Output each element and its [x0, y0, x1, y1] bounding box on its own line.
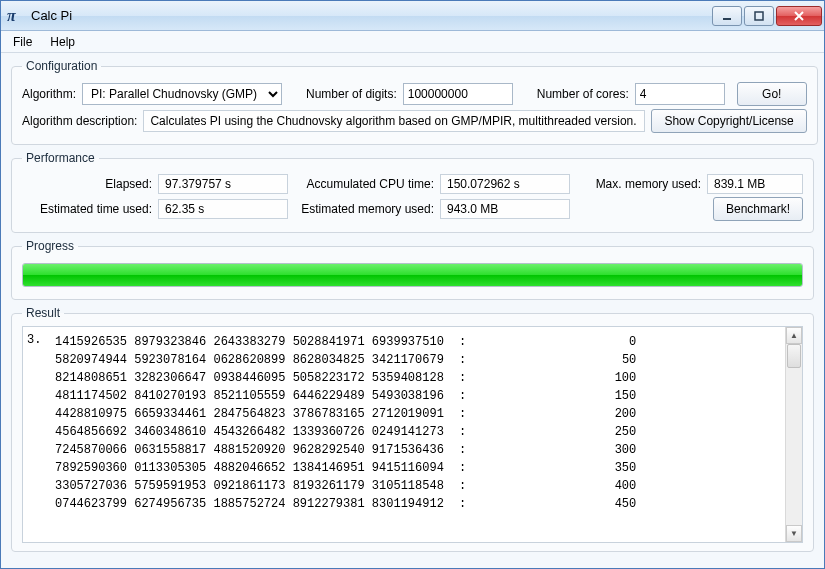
- close-icon: [793, 11, 805, 21]
- result-index: 150: [466, 387, 636, 405]
- result-colon: :: [444, 405, 466, 423]
- elapsed-value: 97.379757 s: [158, 174, 288, 194]
- scroll-down-button[interactable]: ▼: [786, 525, 802, 542]
- result-line: 8214808651 3282306647 0938446095 5058223…: [55, 369, 781, 387]
- result-leading: 3.: [23, 327, 51, 542]
- maximize-icon: [754, 11, 764, 21]
- minimize-icon: [722, 11, 732, 21]
- result-digits: 1415926535 8979323846 2643383279 5028841…: [55, 333, 444, 351]
- menu-file[interactable]: File: [5, 33, 40, 51]
- result-colon: :: [444, 423, 466, 441]
- result-digits: 0744623799 6274956735 1885752724 8912279…: [55, 495, 444, 513]
- result-line: 7245870066 0631558817 4881520920 9628292…: [55, 441, 781, 459]
- elapsed-label: Elapsed:: [22, 177, 152, 191]
- progress-legend: Progress: [22, 239, 78, 253]
- result-colon: :: [444, 441, 466, 459]
- progress-bar: [22, 263, 803, 287]
- result-digits: 4811174502 8410270193 8521105559 6446229…: [55, 387, 444, 405]
- svg-rect-0: [723, 18, 731, 20]
- app-window: π Calc Pi File Help Configuration Algori…: [0, 0, 825, 569]
- window-title: Calc Pi: [31, 8, 712, 23]
- result-index: 200: [466, 405, 636, 423]
- app-icon: π: [7, 7, 25, 25]
- result-line: 7892590360 0113305305 4882046652 1384146…: [55, 459, 781, 477]
- result-colon: :: [444, 477, 466, 495]
- digits-label: Number of digits:: [306, 87, 397, 101]
- window-controls: [712, 6, 822, 26]
- result-line: 0744623799 6274956735 1885752724 8912279…: [55, 495, 781, 513]
- algo-desc-label: Algorithm description:: [22, 114, 137, 128]
- cores-label: Number of cores:: [537, 87, 629, 101]
- config-legend: Configuration: [22, 59, 101, 73]
- result-line: 5820974944 5923078164 0628620899 8628034…: [55, 351, 781, 369]
- scroll-track[interactable]: [786, 344, 802, 525]
- result-digits: 8214808651 3282306647 0938446095 5058223…: [55, 369, 444, 387]
- titlebar: π Calc Pi: [1, 1, 824, 31]
- result-index: 350: [466, 459, 636, 477]
- result-line: 3305727036 5759591953 0921861173 8193261…: [55, 477, 781, 495]
- result-colon: :: [444, 387, 466, 405]
- max-mem-value: 839.1 MB: [707, 174, 803, 194]
- result-scrollbar[interactable]: ▲ ▼: [785, 327, 802, 542]
- result-index: 300: [466, 441, 636, 459]
- result-group: Result 3. 1415926535 8979323846 26433832…: [11, 306, 814, 552]
- result-index: 450: [466, 495, 636, 513]
- est-time-label: Estimated time used:: [22, 202, 152, 216]
- result-digits: 4428810975 6659334461 2847564823 3786783…: [55, 405, 444, 423]
- result-area: 3. 1415926535 8979323846 2643383279 5028…: [22, 326, 803, 543]
- result-colon: :: [444, 459, 466, 477]
- result-colon: :: [444, 369, 466, 387]
- est-time-value: 62.35 s: [158, 199, 288, 219]
- result-digits: 4564856692 3460348610 4543266482 1339360…: [55, 423, 444, 441]
- progress-group: Progress: [11, 239, 814, 300]
- close-button[interactable]: [776, 6, 822, 26]
- result-index: 400: [466, 477, 636, 495]
- accum-cpu-label: Accumulated CPU time:: [294, 177, 434, 191]
- scroll-up-button[interactable]: ▲: [786, 327, 802, 344]
- menu-help[interactable]: Help: [42, 33, 83, 51]
- performance-group: Performance Elapsed: 97.379757 s Accumul…: [11, 151, 814, 233]
- result-index: 250: [466, 423, 636, 441]
- result-digits: 7245870066 0631558817 4881520920 9628292…: [55, 441, 444, 459]
- go-button[interactable]: Go!: [737, 82, 807, 106]
- result-digits: 3305727036 5759591953 0921861173 8193261…: [55, 477, 444, 495]
- client-area: Configuration Algorithm: PI: Parallel Ch…: [1, 53, 824, 568]
- progress-fill: [23, 264, 802, 286]
- performance-legend: Performance: [22, 151, 99, 165]
- algo-desc-value: Calculates PI using the Chudnovsky algor…: [143, 110, 645, 132]
- result-colon: :: [444, 351, 466, 369]
- benchmark-button[interactable]: Benchmark!: [713, 197, 803, 221]
- result-index: 0: [466, 333, 636, 351]
- result-line: 4428810975 6659334461 2847564823 3786783…: [55, 405, 781, 423]
- result-digits: 7892590360 0113305305 4882046652 1384146…: [55, 459, 444, 477]
- result-digits: 5820974944 5923078164 0628620899 8628034…: [55, 351, 444, 369]
- digits-input[interactable]: [403, 83, 513, 105]
- result-line: 4811174502 8410270193 8521105559 6446229…: [55, 387, 781, 405]
- max-mem-label: Max. memory used:: [576, 177, 701, 191]
- config-group: Configuration Algorithm: PI: Parallel Ch…: [11, 59, 818, 145]
- license-button[interactable]: Show Copyright/License: [651, 109, 806, 133]
- algorithm-label: Algorithm:: [22, 87, 76, 101]
- result-line: 1415926535 8979323846 2643383279 5028841…: [55, 333, 781, 351]
- est-mem-label: Estimated memory used:: [294, 202, 434, 216]
- result-text[interactable]: 1415926535 8979323846 2643383279 5028841…: [51, 327, 785, 542]
- menubar: File Help: [1, 31, 824, 53]
- result-index: 100: [466, 369, 636, 387]
- algorithm-select[interactable]: PI: Parallel Chudnovsky (GMP): [82, 83, 282, 105]
- accum-cpu-value: 150.072962 s: [440, 174, 570, 194]
- est-mem-value: 943.0 MB: [440, 199, 570, 219]
- cores-input[interactable]: [635, 83, 725, 105]
- result-line: 4564856692 3460348610 4543266482 1339360…: [55, 423, 781, 441]
- minimize-button[interactable]: [712, 6, 742, 26]
- result-legend: Result: [22, 306, 64, 320]
- result-index: 50: [466, 351, 636, 369]
- result-colon: :: [444, 495, 466, 513]
- scroll-thumb[interactable]: [787, 344, 801, 368]
- result-colon: :: [444, 333, 466, 351]
- maximize-button[interactable]: [744, 6, 774, 26]
- svg-rect-1: [755, 12, 763, 20]
